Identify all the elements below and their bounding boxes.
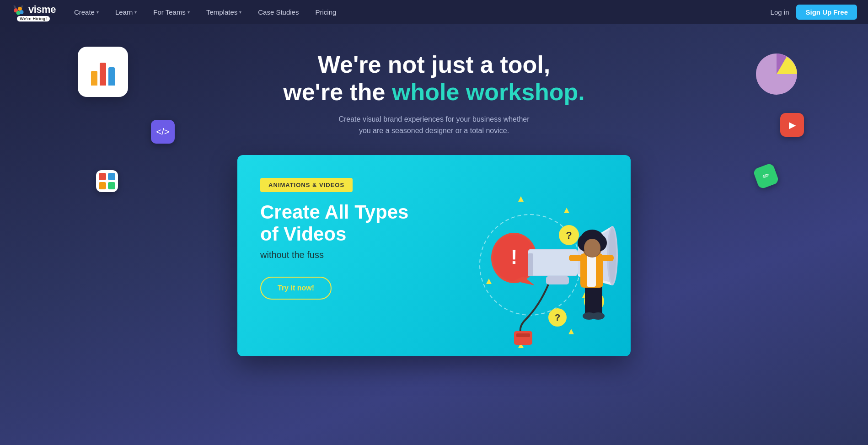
nav-item-for-teams[interactable]: For Teams ▾	[146, 0, 197, 24]
card-content-left: ANIMATIONS & VIDEOS Create All Types of …	[260, 178, 452, 300]
heading-accent: whole workshop.	[392, 79, 585, 105]
bar-3	[108, 67, 115, 86]
bar-1	[91, 71, 97, 86]
floating-video-icon: ▶	[780, 113, 804, 137]
login-button[interactable]: Log in	[771, 8, 789, 16]
chevron-down-icon: ▾	[134, 10, 137, 15]
svg-marker-11	[568, 329, 574, 334]
navbar: visme We're Hiring! Create ▾ Learn ▾ For…	[0, 0, 868, 24]
svg-text:?: ?	[566, 230, 572, 241]
svg-marker-9	[564, 208, 569, 213]
svg-rect-25	[514, 331, 532, 345]
svg-rect-44	[601, 255, 614, 261]
logo[interactable]: visme We're Hiring!	[11, 2, 56, 21]
svg-point-5	[20, 10, 24, 14]
grid-dot-1	[99, 173, 106, 180]
nav-item-case-studies[interactable]: Case Studies	[251, 0, 306, 24]
floating-pencil-icon: ✏	[753, 163, 780, 190]
nav-item-pricing[interactable]: Pricing	[308, 0, 343, 24]
svg-rect-37	[587, 255, 596, 287]
grid-dot-3	[99, 182, 106, 189]
grid-dot-4	[108, 182, 115, 189]
card-tag: ANIMATIONS & VIDEOS	[260, 178, 353, 192]
signup-button[interactable]: Sign Up Free	[796, 5, 857, 20]
megaphone-illustration: !	[429, 182, 622, 356]
svg-rect-19	[528, 250, 578, 275]
nav-item-create[interactable]: Create ▾	[67, 0, 106, 24]
pie-chart-svg	[754, 51, 799, 97]
hero-card-inner: ANIMATIONS & VIDEOS Create All Types of …	[237, 155, 631, 356]
svg-text:!: !	[511, 246, 518, 268]
floating-grid-icon	[96, 170, 118, 192]
hero-section: </> ▶ ✏ We're not just a tool, we're the…	[0, 24, 868, 445]
svg-point-42	[584, 239, 600, 257]
hero-subtext: Create visual brand experiences for your…	[338, 113, 529, 137]
svg-rect-35	[592, 283, 602, 315]
floating-chart-icon	[78, 47, 128, 97]
svg-rect-24	[546, 276, 569, 284]
svg-text:?: ?	[555, 312, 560, 322]
logo-text: visme	[28, 4, 56, 16]
card-subtitle: without the fuss	[260, 250, 420, 260]
nav-item-templates[interactable]: Templates ▾	[199, 0, 249, 24]
visme-logo-icon	[11, 2, 26, 17]
floating-code-icon: </>	[151, 120, 175, 144]
svg-rect-43	[569, 255, 582, 261]
bar-2	[100, 63, 106, 86]
hero-card: ANIMATIONS & VIDEOS Create All Types of …	[237, 155, 631, 356]
hero-heading: We're not just a tool, we're the whole w…	[283, 51, 585, 106]
nav-links: Create ▾ Learn ▾ For Teams ▾ Templates ▾…	[67, 0, 771, 24]
card-cta-button[interactable]: Try it now!	[260, 277, 332, 300]
nav-right: Log in Sign Up Free	[771, 5, 857, 20]
card-title: Create All Types of Videos	[260, 201, 434, 246]
nav-item-learn[interactable]: Learn ▾	[108, 0, 144, 24]
svg-rect-26	[516, 333, 530, 337]
svg-point-46	[592, 312, 605, 320]
chart-bars	[91, 58, 115, 86]
grid-dot-2	[108, 173, 115, 180]
floating-pie-icon	[754, 51, 799, 97]
chevron-down-icon: ▾	[96, 10, 99, 15]
chevron-down-icon: ▾	[188, 10, 190, 15]
hiring-badge: We're Hiring!	[17, 16, 49, 21]
svg-marker-8	[518, 196, 524, 202]
svg-rect-27	[528, 253, 533, 276]
svg-marker-10	[486, 279, 492, 284]
chevron-down-icon: ▾	[239, 10, 241, 15]
